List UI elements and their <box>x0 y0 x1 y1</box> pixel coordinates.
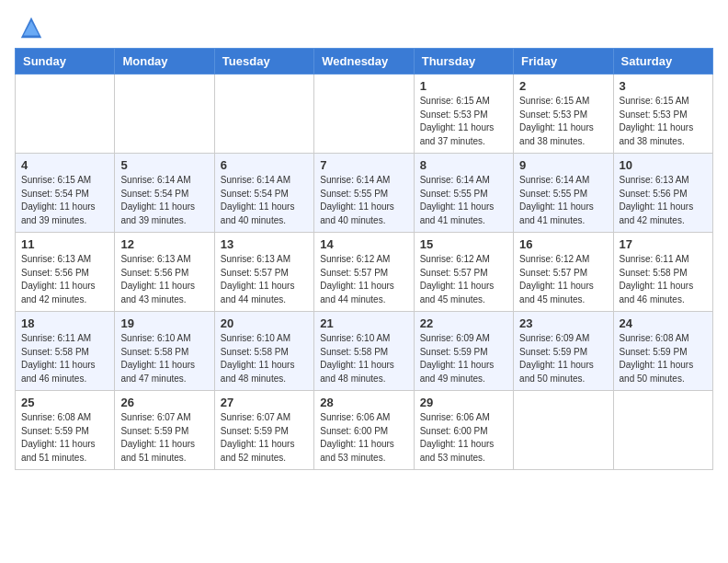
day-info: Sunrise: 6:15 AM Sunset: 5:53 PM Dayligh… <box>519 95 607 148</box>
calendar-cell: 29Sunrise: 6:06 AM Sunset: 6:00 PM Dayli… <box>414 391 513 470</box>
calendar-cell: 21Sunrise: 6:10 AM Sunset: 5:58 PM Dayli… <box>314 312 414 391</box>
day-info: Sunrise: 6:12 AM Sunset: 5:57 PM Dayligh… <box>320 253 407 306</box>
day-info: Sunrise: 6:13 AM Sunset: 5:57 PM Dayligh… <box>221 253 308 306</box>
week-row-3: 18Sunrise: 6:11 AM Sunset: 5:58 PM Dayli… <box>16 312 713 391</box>
calendar-cell: 5Sunrise: 6:14 AM Sunset: 5:54 PM Daylig… <box>115 154 214 233</box>
day-info: Sunrise: 6:15 AM Sunset: 5:53 PM Dayligh… <box>420 95 507 148</box>
day-number: 23 <box>519 316 607 330</box>
day-info: Sunrise: 6:12 AM Sunset: 5:57 PM Dayligh… <box>420 253 507 306</box>
header-day-wednesday: Wednesday <box>314 49 414 75</box>
day-info: Sunrise: 6:09 AM Sunset: 5:59 PM Dayligh… <box>519 332 607 385</box>
calendar-cell: 23Sunrise: 6:09 AM Sunset: 5:59 PM Dayli… <box>514 312 613 391</box>
day-number: 13 <box>221 237 308 251</box>
calendar-cell <box>16 75 115 154</box>
week-row-0: 1Sunrise: 6:15 AM Sunset: 5:53 PM Daylig… <box>16 75 713 154</box>
day-info: Sunrise: 6:09 AM Sunset: 5:59 PM Dayligh… <box>420 332 507 385</box>
header-day-friday: Friday <box>514 49 613 75</box>
day-info: Sunrise: 6:10 AM Sunset: 5:58 PM Dayligh… <box>120 332 208 385</box>
calendar-cell: 13Sunrise: 6:13 AM Sunset: 5:57 PM Dayli… <box>214 233 313 312</box>
header-day-monday: Monday <box>115 49 214 75</box>
calendar-cell: 28Sunrise: 6:06 AM Sunset: 6:00 PM Dayli… <box>314 391 414 470</box>
calendar-cell: 11Sunrise: 6:13 AM Sunset: 5:56 PM Dayli… <box>16 233 115 312</box>
calendar-cell: 6Sunrise: 6:14 AM Sunset: 5:54 PM Daylig… <box>214 154 313 233</box>
calendar-cell: 24Sunrise: 6:08 AM Sunset: 5:59 PM Dayli… <box>613 312 712 391</box>
day-info: Sunrise: 6:06 AM Sunset: 6:00 PM Dayligh… <box>420 411 507 465</box>
header-row: SundayMondayTuesdayWednesdayThursdayFrid… <box>16 49 713 75</box>
day-info: Sunrise: 6:14 AM Sunset: 5:54 PM Dayligh… <box>221 174 308 227</box>
day-info: Sunrise: 6:13 AM Sunset: 5:56 PM Dayligh… <box>620 174 707 227</box>
day-number: 9 <box>519 158 607 172</box>
day-number: 22 <box>420 316 507 330</box>
day-number: 4 <box>21 158 108 172</box>
day-info: Sunrise: 6:07 AM Sunset: 5:59 PM Dayligh… <box>221 411 308 465</box>
calendar-cell: 14Sunrise: 6:12 AM Sunset: 5:57 PM Dayli… <box>314 233 414 312</box>
day-info: Sunrise: 6:15 AM Sunset: 5:53 PM Dayligh… <box>620 95 707 148</box>
calendar-table: SundayMondayTuesdayWednesdayThursdayFrid… <box>15 48 713 470</box>
header-day-sunday: Sunday <box>16 49 115 75</box>
day-info: Sunrise: 6:13 AM Sunset: 5:56 PM Dayligh… <box>21 253 108 306</box>
day-number: 16 <box>519 237 607 251</box>
week-row-1: 4Sunrise: 6:15 AM Sunset: 5:54 PM Daylig… <box>16 154 713 233</box>
day-info: Sunrise: 6:13 AM Sunset: 5:56 PM Dayligh… <box>120 253 208 306</box>
calendar-cell: 7Sunrise: 6:14 AM Sunset: 5:55 PM Daylig… <box>314 154 414 233</box>
header-day-thursday: Thursday <box>414 49 513 75</box>
calendar-cell: 17Sunrise: 6:11 AM Sunset: 5:58 PM Dayli… <box>613 233 712 312</box>
calendar-cell: 1Sunrise: 6:15 AM Sunset: 5:53 PM Daylig… <box>414 75 513 154</box>
calendar-cell: 19Sunrise: 6:10 AM Sunset: 5:58 PM Dayli… <box>115 312 214 391</box>
day-info: Sunrise: 6:14 AM Sunset: 5:54 PM Dayligh… <box>120 174 208 227</box>
day-info: Sunrise: 6:11 AM Sunset: 5:58 PM Dayligh… <box>620 253 707 306</box>
day-info: Sunrise: 6:15 AM Sunset: 5:54 PM Dayligh… <box>21 174 108 227</box>
day-number: 14 <box>320 237 407 251</box>
calendar-cell: 27Sunrise: 6:07 AM Sunset: 5:59 PM Dayli… <box>214 391 313 470</box>
week-row-2: 11Sunrise: 6:13 AM Sunset: 5:56 PM Dayli… <box>16 233 713 312</box>
calendar-cell <box>115 75 214 154</box>
calendar-cell: 22Sunrise: 6:09 AM Sunset: 5:59 PM Dayli… <box>414 312 513 391</box>
day-info: Sunrise: 6:08 AM Sunset: 5:59 PM Dayligh… <box>21 411 108 465</box>
day-number: 5 <box>120 158 208 172</box>
day-number: 20 <box>221 316 308 330</box>
calendar-cell: 18Sunrise: 6:11 AM Sunset: 5:58 PM Dayli… <box>16 312 115 391</box>
logo <box>15 15 44 40</box>
day-number: 6 <box>221 158 308 172</box>
day-number: 26 <box>120 396 208 409</box>
calendar-cell: 25Sunrise: 6:08 AM Sunset: 5:59 PM Dayli… <box>16 391 115 470</box>
calendar-cell: 12Sunrise: 6:13 AM Sunset: 5:56 PM Dayli… <box>115 233 214 312</box>
calendar-cell: 8Sunrise: 6:14 AM Sunset: 5:55 PM Daylig… <box>414 154 513 233</box>
day-number: 7 <box>320 158 407 172</box>
calendar-cell: 10Sunrise: 6:13 AM Sunset: 5:56 PM Dayli… <box>613 154 712 233</box>
header-day-saturday: Saturday <box>613 49 712 75</box>
day-number: 25 <box>21 396 108 409</box>
calendar-cell <box>214 75 313 154</box>
day-number: 24 <box>620 316 707 330</box>
calendar-cell <box>613 391 712 470</box>
calendar-cell: 3Sunrise: 6:15 AM Sunset: 5:53 PM Daylig… <box>613 75 712 154</box>
day-info: Sunrise: 6:11 AM Sunset: 5:58 PM Dayligh… <box>21 332 108 385</box>
calendar-cell: 15Sunrise: 6:12 AM Sunset: 5:57 PM Dayli… <box>414 233 513 312</box>
day-info: Sunrise: 6:14 AM Sunset: 5:55 PM Dayligh… <box>519 174 607 227</box>
day-number: 17 <box>620 237 707 251</box>
calendar-cell <box>314 75 414 154</box>
day-number: 15 <box>420 237 507 251</box>
day-number: 19 <box>120 316 208 330</box>
day-info: Sunrise: 6:07 AM Sunset: 5:59 PM Dayligh… <box>120 411 208 465</box>
calendar-cell: 4Sunrise: 6:15 AM Sunset: 5:54 PM Daylig… <box>16 154 115 233</box>
day-info: Sunrise: 6:06 AM Sunset: 6:00 PM Dayligh… <box>320 411 407 465</box>
calendar-cell: 26Sunrise: 6:07 AM Sunset: 5:59 PM Dayli… <box>115 391 214 470</box>
day-number: 10 <box>620 158 707 172</box>
day-number: 28 <box>320 396 407 409</box>
calendar-cell <box>514 391 613 470</box>
day-number: 29 <box>420 396 507 409</box>
calendar-cell: 9Sunrise: 6:14 AM Sunset: 5:55 PM Daylig… <box>514 154 613 233</box>
day-number: 2 <box>519 79 607 93</box>
header <box>15 15 713 40</box>
day-number: 3 <box>620 79 707 93</box>
day-info: Sunrise: 6:14 AM Sunset: 5:55 PM Dayligh… <box>320 174 407 227</box>
calendar-cell: 2Sunrise: 6:15 AM Sunset: 5:53 PM Daylig… <box>514 75 613 154</box>
day-number: 12 <box>120 237 208 251</box>
day-number: 11 <box>21 237 108 251</box>
day-info: Sunrise: 6:14 AM Sunset: 5:55 PM Dayligh… <box>420 174 507 227</box>
day-number: 21 <box>320 316 407 330</box>
logo-icon <box>18 15 44 40</box>
day-number: 1 <box>420 79 507 93</box>
day-info: Sunrise: 6:12 AM Sunset: 5:57 PM Dayligh… <box>519 253 607 306</box>
